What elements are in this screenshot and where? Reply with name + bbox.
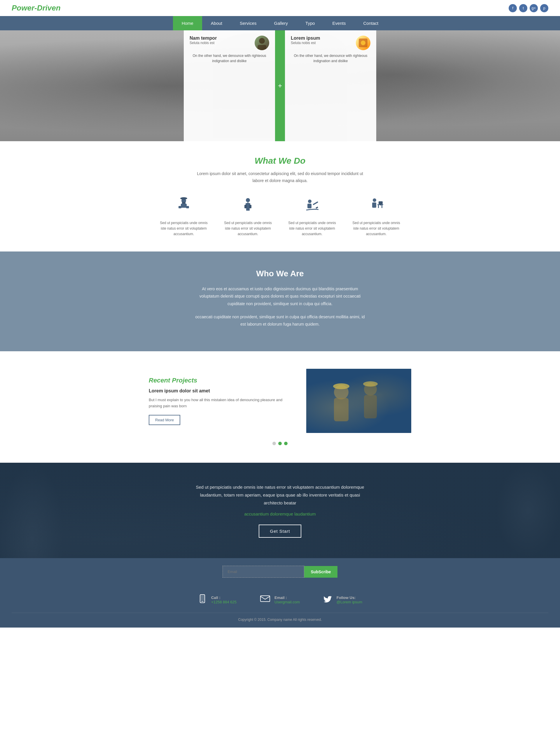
svg-rect-25: [379, 201, 383, 204]
services-grid: Sed ut perspiciatis unde omnis iste natu…: [12, 196, 548, 237]
facebook-icon[interactable]: f: [509, 4, 517, 12]
hero-section: Nam tempor Seluta nobis est On the other…: [0, 30, 560, 141]
hero-card-1-header: Nam tempor Seluta nobis est: [190, 36, 217, 45]
footer-phone-label: Call :: [211, 595, 236, 600]
footer-phone-info: Call : +1258 884 625: [211, 595, 236, 604]
footer-social-info: Follow Us: @Lorem ipsum: [337, 595, 362, 604]
footer-columns: Call : +1258 884 625 Email : Usergmail.c…: [12, 594, 548, 606]
service-text-1: Sed ut perspiciatis unde omnis iste natu…: [158, 220, 210, 237]
footer-col-phone: Call : +1258 884 625: [198, 594, 236, 606]
subscribe-input[interactable]: [222, 566, 304, 578]
hero-card-2-top: Lorem ipsum Seluta nobis est: [291, 36, 370, 50]
nav-contact[interactable]: Contact: [354, 16, 387, 30]
svg-rect-18: [313, 201, 318, 205]
service-text-4: Sed ut perspiciatis unde omnis iste natu…: [350, 220, 402, 237]
main-nav: Home About Services Gallery Typo Events …: [0, 16, 560, 30]
nav-typo[interactable]: Typo: [297, 16, 324, 30]
email-icon: [260, 594, 270, 606]
svg-point-10: [246, 198, 250, 202]
svg-rect-30: [334, 398, 349, 421]
footer-copyright: Copyright © 2015. Company name All right…: [12, 613, 548, 622]
hero-card-2-header: Lorem ipsum Seluta nobis est: [291, 36, 320, 45]
project-image: [306, 369, 411, 433]
nav-about[interactable]: About: [202, 16, 231, 30]
svg-rect-15: [247, 202, 248, 203]
footer-phone-value: +1258 884 625: [211, 600, 236, 604]
social-icons: f t g+ p: [509, 4, 548, 12]
hero-card-2-image: [356, 36, 370, 50]
hero-card-1: Nam tempor Seluta nobis est On the other…: [184, 30, 275, 141]
nav-services[interactable]: Services: [231, 16, 265, 30]
svg-rect-12: [244, 205, 247, 208]
svg-rect-23: [378, 205, 379, 208]
carousel-dot-3[interactable]: [284, 442, 288, 445]
svg-rect-6: [179, 206, 181, 208]
hero-cards: Nam tempor Seluta nobis est On the other…: [184, 30, 376, 141]
svg-rect-38: [260, 596, 270, 602]
footer-social-value: @Lorem ipsum: [337, 600, 362, 604]
svg-rect-14: [246, 208, 250, 211]
recent-projects-section: Recent Projects Lorem ipsum dolor sit am…: [0, 351, 560, 463]
service-icon-3: [304, 196, 320, 215]
svg-rect-5: [181, 204, 187, 208]
hero-card-2: Lorem ipsum Seluta nobis est On the othe…: [285, 30, 376, 141]
svg-point-20: [373, 198, 376, 202]
svg-point-31: [364, 383, 377, 396]
carousel-dot-1[interactable]: [272, 442, 276, 445]
hero-card-2-title: Lorem ipsum: [291, 36, 320, 41]
hero-card-2-body: On the other hand, we denounce with righ…: [291, 53, 370, 63]
footer-email-info: Email : Usergmail.com: [274, 595, 300, 604]
svg-point-3: [361, 40, 365, 45]
nav-gallery[interactable]: Gallery: [265, 16, 297, 30]
twitter-icon[interactable]: t: [519, 4, 527, 12]
svg-rect-28: [306, 369, 411, 433]
service-text-2: Sed ut perspiciatis unde omnis iste natu…: [222, 220, 274, 237]
read-more-button[interactable]: Read More: [149, 415, 180, 425]
svg-rect-21: [372, 202, 376, 208]
service-icon-2: [240, 196, 256, 215]
nav-home[interactable]: Home: [173, 16, 202, 30]
get-start-button[interactable]: Get Start: [259, 525, 301, 538]
svg-rect-17: [308, 204, 312, 208]
hero-card-1-top: Nam tempor Seluta nobis est: [190, 36, 269, 50]
phone-icon: [198, 594, 207, 606]
service-icon-1: [176, 196, 192, 215]
svg-rect-26: [380, 204, 381, 205]
project-title: Lorem ipsum dolor sit amet: [149, 388, 289, 394]
footer-col-social: Follow Us: @Lorem ipsum: [323, 594, 362, 606]
svg-rect-7: [186, 206, 189, 208]
recent-projects-inner: Recent Projects Lorem ipsum dolor sit am…: [149, 369, 411, 433]
twitter-footer-icon: [323, 594, 333, 606]
service-item-2: Sed ut perspiciatis unde omnis iste natu…: [222, 196, 274, 237]
svg-rect-27: [306, 369, 411, 433]
svg-point-33: [333, 383, 349, 389]
service-item-1: Sed ut perspiciatis unde omnis iste natu…: [158, 196, 210, 237]
get-started-link[interactable]: accusantium doloremque laudantium: [12, 511, 548, 516]
service-item-4: Sed ut perspiciatis unde omnis iste natu…: [350, 196, 402, 237]
project-content: Recent Projects Lorem ipsum dolor sit am…: [149, 377, 289, 425]
carousel-dot-2[interactable]: [278, 442, 282, 445]
footer-social-label: Follow Us:: [337, 595, 362, 600]
google-plus-icon[interactable]: g+: [530, 4, 538, 12]
pinterest-icon[interactable]: p: [540, 4, 548, 12]
what-we-do-section: What We Do Lorem ipsum dolor sit amet, c…: [0, 141, 560, 252]
svg-rect-32: [364, 395, 377, 418]
project-desc: But I must explain to you how all this m…: [149, 397, 289, 409]
gs-right-bg: [496, 463, 560, 558]
subscribe-button[interactable]: SubScribe: [304, 566, 337, 578]
gs-left-bg: [0, 463, 64, 558]
subscribe-bar: SubScribe: [0, 558, 560, 585]
hero-plus-divider: +: [275, 30, 285, 141]
svg-rect-13: [249, 205, 251, 208]
site-header: Power-Driven f t g+ p: [0, 0, 560, 16]
site-logo: Power-Driven: [12, 3, 61, 13]
service-icon-4: [368, 196, 384, 215]
svg-point-9: [180, 197, 187, 199]
get-started-section: Sed ut perspiciatis unde omnis iste natu…: [0, 463, 560, 558]
who-we-are-para2: occaecati cupiditate non provident, simi…: [192, 313, 368, 328]
svg-point-0: [259, 38, 265, 44]
nav-events[interactable]: Events: [324, 16, 355, 30]
footer-email-value: Usergmail.com: [274, 600, 300, 604]
footer-col-email: Email : Usergmail.com: [260, 594, 300, 606]
service-text-3: Sed ut perspiciatis unde omnis iste natu…: [286, 220, 338, 237]
